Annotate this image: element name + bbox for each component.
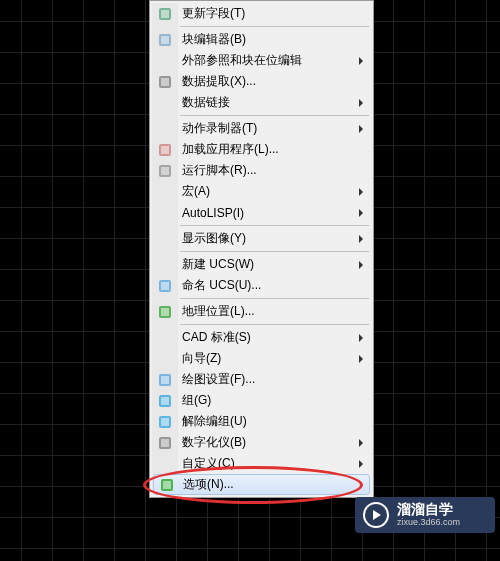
menu-item-label: 新建 UCS(W) (182, 256, 254, 273)
menu-item-label: 运行脚本(R)... (182, 162, 257, 179)
submenu-arrow-icon (359, 209, 363, 217)
menu-item-label: 选项(N)... (183, 476, 234, 493)
menu-item-4[interactable]: 数据提取(X)... (152, 71, 371, 92)
watermark-title: 溜溜自学 (397, 502, 460, 517)
submenu-arrow-icon (359, 125, 363, 133)
menu-separator (180, 298, 369, 299)
menu-item-8[interactable]: 加载应用程序(L)... (152, 139, 371, 160)
menu-item-label: 加载应用程序(L)... (182, 141, 279, 158)
menu-item-label: 显示图像(Y) (182, 230, 246, 247)
menu-item-15[interactable]: 新建 UCS(W) (152, 254, 371, 275)
svg-rect-15 (161, 376, 169, 384)
menu-item-label: 组(G) (182, 392, 211, 409)
submenu-arrow-icon (359, 355, 363, 363)
menu-item-5[interactable]: 数据链接 (152, 92, 371, 113)
menu-separator (180, 225, 369, 226)
tablet-icon (157, 435, 173, 451)
data-extract-icon (157, 74, 173, 90)
submenu-arrow-icon (359, 57, 363, 65)
menu-item-label: 解除编组(U) (182, 413, 247, 430)
menu-item-label: 数字化仪(B) (182, 434, 246, 451)
menu-item-label: 动作录制器(T) (182, 120, 257, 137)
draft-settings-icon (157, 372, 173, 388)
submenu-arrow-icon (359, 235, 363, 243)
menu-item-label: CAD 标准(S) (182, 329, 251, 346)
watermark-url: zixue.3d66.com (397, 518, 460, 528)
menu-item-11[interactable]: AutoLISP(I) (152, 202, 371, 223)
menu-separator (180, 251, 369, 252)
menu-item-0[interactable]: 更新字段(T) (152, 3, 371, 24)
menu-item-26[interactable]: 自定义(C) (152, 453, 371, 474)
submenu-arrow-icon (359, 460, 363, 468)
menu-item-13[interactable]: 显示图像(Y) (152, 228, 371, 249)
menu-item-label: 向导(Z) (182, 350, 221, 367)
menu-item-7[interactable]: 动作录制器(T) (152, 118, 371, 139)
submenu-arrow-icon (359, 261, 363, 269)
submenu-arrow-icon (359, 334, 363, 342)
menu-item-label: 绘图设置(F)... (182, 371, 255, 388)
update-field-icon (157, 6, 173, 22)
svg-rect-3 (161, 36, 169, 44)
svg-rect-1 (161, 10, 169, 18)
menu-item-16[interactable]: 命名 UCS(U)... (152, 275, 371, 296)
menu-item-22[interactable]: 绘图设置(F)... (152, 369, 371, 390)
menu-item-18[interactable]: 地理位置(L)... (152, 301, 371, 322)
svg-rect-17 (161, 397, 169, 405)
svg-rect-19 (161, 418, 169, 426)
menu-item-21[interactable]: 向导(Z) (152, 348, 371, 369)
ungroup-icon (157, 414, 173, 430)
submenu-arrow-icon (359, 99, 363, 107)
menu-item-label: 更新字段(T) (182, 5, 245, 22)
menu-item-9[interactable]: 运行脚本(R)... (152, 160, 371, 181)
run-script-icon (157, 163, 173, 179)
svg-rect-23 (163, 481, 171, 489)
menu-item-24[interactable]: 解除编组(U) (152, 411, 371, 432)
menu-item-20[interactable]: CAD 标准(S) (152, 327, 371, 348)
load-app-icon (157, 142, 173, 158)
play-icon (363, 502, 389, 528)
svg-rect-9 (161, 167, 169, 175)
menu-item-label: 外部参照和块在位编辑 (182, 52, 302, 69)
menu-item-label: 地理位置(L)... (182, 303, 255, 320)
geo-icon (157, 304, 173, 320)
menu-item-label: 数据链接 (182, 94, 230, 111)
svg-rect-11 (161, 282, 169, 290)
menu-item-label: 命名 UCS(U)... (182, 277, 261, 294)
menu-item-27[interactable]: 选项(N)... (153, 474, 370, 495)
ucs-icon (157, 278, 173, 294)
svg-rect-7 (161, 146, 169, 154)
menu-item-25[interactable]: 数字化仪(B) (152, 432, 371, 453)
menu-separator (180, 26, 369, 27)
menu-item-10[interactable]: 宏(A) (152, 181, 371, 202)
watermark-badge: 溜溜自学 zixue.3d66.com (355, 497, 495, 533)
submenu-arrow-icon (359, 188, 363, 196)
svg-rect-21 (161, 439, 169, 447)
menu-item-label: 数据提取(X)... (182, 73, 256, 90)
tools-context-menu: 更新字段(T)块编辑器(B)外部参照和块在位编辑数据提取(X)...数据链接动作… (149, 0, 374, 498)
block-editor-icon (157, 32, 173, 48)
menu-item-23[interactable]: 组(G) (152, 390, 371, 411)
menu-separator (180, 324, 369, 325)
svg-rect-13 (161, 308, 169, 316)
menu-item-2[interactable]: 块编辑器(B) (152, 29, 371, 50)
options-icon (159, 477, 175, 493)
submenu-arrow-icon (359, 439, 363, 447)
menu-separator (180, 115, 369, 116)
svg-rect-5 (161, 78, 169, 86)
menu-item-label: 宏(A) (182, 183, 210, 200)
group-icon (157, 393, 173, 409)
menu-item-label: 块编辑器(B) (182, 31, 246, 48)
menu-item-3[interactable]: 外部参照和块在位编辑 (152, 50, 371, 71)
menu-item-label: AutoLISP(I) (182, 206, 244, 220)
menu-item-label: 自定义(C) (182, 455, 235, 472)
